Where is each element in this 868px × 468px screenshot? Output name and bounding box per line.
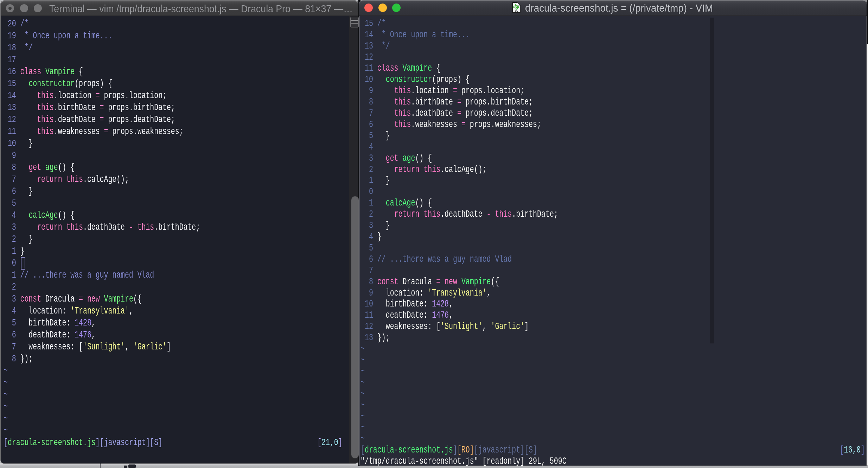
svg-text:JS: JS <box>514 10 518 13</box>
